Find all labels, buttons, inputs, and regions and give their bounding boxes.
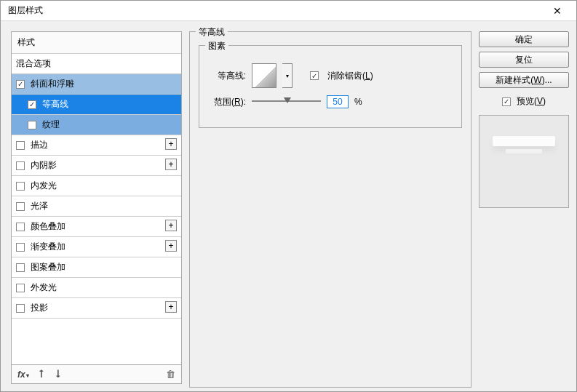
style-item-label: 等高线 <box>42 98 68 111</box>
style-item-3[interactable]: 纹理 <box>12 115 181 135</box>
style-item-12[interactable]: 投影+ <box>12 298 181 319</box>
style-item-2[interactable]: 等高线 <box>12 95 181 115</box>
new-style-button[interactable]: 新建样式(W)... <box>479 72 569 88</box>
style-item-label: 颜色叠加 <box>31 220 65 233</box>
add-effect-icon[interactable]: + <box>165 240 177 252</box>
style-item-label: 斜面和浮雕 <box>31 78 74 90</box>
range-suffix: % <box>354 97 362 107</box>
style-item-checkbox[interactable] <box>16 202 25 211</box>
style-item-checkbox[interactable] <box>16 141 25 150</box>
settings-panel: 等高线 图素 等高线: ▾ 消除锯齿(L) 范围(R): <box>189 31 471 384</box>
window-title: 图层样式 <box>8 4 43 17</box>
add-effect-icon[interactable]: + <box>165 220 177 231</box>
style-item-label: 内发光 <box>31 180 57 192</box>
style-item-7[interactable]: 光泽 <box>12 196 181 217</box>
style-item-0[interactable]: 混合选项 <box>12 54 181 74</box>
fx-menu-icon[interactable]: fx▾ <box>17 369 29 380</box>
style-item-checkbox[interactable] <box>16 263 25 272</box>
style-item-9[interactable]: 渐变叠加+ <box>12 237 181 257</box>
add-effect-icon[interactable]: + <box>165 138 177 150</box>
antialias-checkbox[interactable] <box>310 71 319 80</box>
style-item-checkbox[interactable] <box>28 121 36 129</box>
preview-swatch <box>479 115 569 208</box>
style-item-checkbox[interactable] <box>16 284 25 292</box>
preview-checkbox[interactable] <box>502 97 511 106</box>
style-item-8[interactable]: 颜色叠加+ <box>12 217 181 237</box>
style-item-label: 纹理 <box>42 119 60 131</box>
contour-preview[interactable] <box>252 63 276 88</box>
style-item-10[interactable]: 图案叠加 <box>12 257 181 278</box>
contour-section: 等高线 图素 等高线: ▾ 消除锯齿(L) 范围(R): <box>189 31 471 388</box>
style-list-header[interactable]: 样式 <box>12 32 181 54</box>
style-item-label: 内阴影 <box>31 159 57 172</box>
style-item-checkbox[interactable] <box>16 182 25 191</box>
group-title: 图素 <box>205 40 228 52</box>
style-list: 样式 混合选项斜面和浮雕等高线纹理描边+内阴影+内发光光泽颜色叠加+渐变叠加+图… <box>12 32 181 364</box>
style-item-11[interactable]: 外发光 <box>12 278 181 298</box>
range-label: 范围(R): <box>208 96 246 108</box>
range-slider[interactable] <box>252 97 321 107</box>
slider-thumb-icon[interactable] <box>284 97 291 103</box>
move-down-icon[interactable]: 🠗 <box>53 369 63 380</box>
contour-dropdown-icon[interactable]: ▾ <box>282 63 293 88</box>
trash-icon[interactable]: 🗑 <box>166 369 175 380</box>
move-up-icon[interactable]: 🠕 <box>36 369 46 380</box>
style-item-6[interactable]: 内发光 <box>12 176 181 196</box>
style-item-5[interactable]: 内阴影+ <box>12 156 181 176</box>
styles-panel: 样式 混合选项斜面和浮雕等高线纹理描边+内阴影+内发光光泽颜色叠加+渐变叠加+图… <box>11 31 182 384</box>
style-item-label: 混合选项 <box>16 57 51 70</box>
preview-label[interactable]: 预览(V) <box>517 95 546 108</box>
contour-row: 等高线: ▾ 消除锯齿(L) <box>208 63 453 88</box>
style-item-checkbox[interactable] <box>16 223 25 231</box>
style-item-checkbox[interactable] <box>16 304 25 313</box>
style-item-label: 外发光 <box>31 281 57 294</box>
style-list-footer: fx▾ 🠕 🠗 🗑 <box>12 364 181 383</box>
style-item-checkbox[interactable] <box>16 161 25 170</box>
style-item-4[interactable]: 描边+ <box>12 135 181 156</box>
range-row: 范围(R): % <box>208 95 453 108</box>
style-item-checkbox[interactable] <box>16 243 25 252</box>
style-item-checkbox[interactable] <box>16 80 25 89</box>
range-input[interactable] <box>327 95 349 108</box>
contour-label: 等高线: <box>208 70 246 82</box>
elements-group: 图素 等高线: ▾ 消除锯齿(L) 范围(R): <box>199 45 462 128</box>
style-item-label: 图案叠加 <box>31 261 65 273</box>
add-effect-icon[interactable]: + <box>165 301 177 313</box>
close-button[interactable]: ✕ <box>544 2 570 20</box>
style-item-label: 描边 <box>31 139 48 151</box>
preview-toggle-row: 预览(V) <box>479 95 569 108</box>
style-item-label: 投影 <box>31 302 48 314</box>
style-item-label: 光泽 <box>31 200 48 212</box>
titlebar: 图层样式 ✕ <box>1 1 576 21</box>
content: 样式 混合选项斜面和浮雕等高线纹理描边+内阴影+内发光光泽颜色叠加+渐变叠加+图… <box>1 21 576 391</box>
add-effect-icon[interactable]: + <box>165 159 177 170</box>
style-item-checkbox[interactable] <box>28 100 36 109</box>
style-item-1[interactable]: 斜面和浮雕 <box>12 74 181 95</box>
section-title: 等高线 <box>196 26 228 39</box>
reset-button[interactable]: 复位 <box>479 52 569 68</box>
ok-button[interactable]: 确定 <box>479 31 569 47</box>
action-panel: 确定 复位 新建样式(W)... 预览(V) <box>479 31 569 384</box>
style-item-label: 渐变叠加 <box>31 241 65 253</box>
antialias-label[interactable]: 消除锯齿(L) <box>327 70 373 82</box>
